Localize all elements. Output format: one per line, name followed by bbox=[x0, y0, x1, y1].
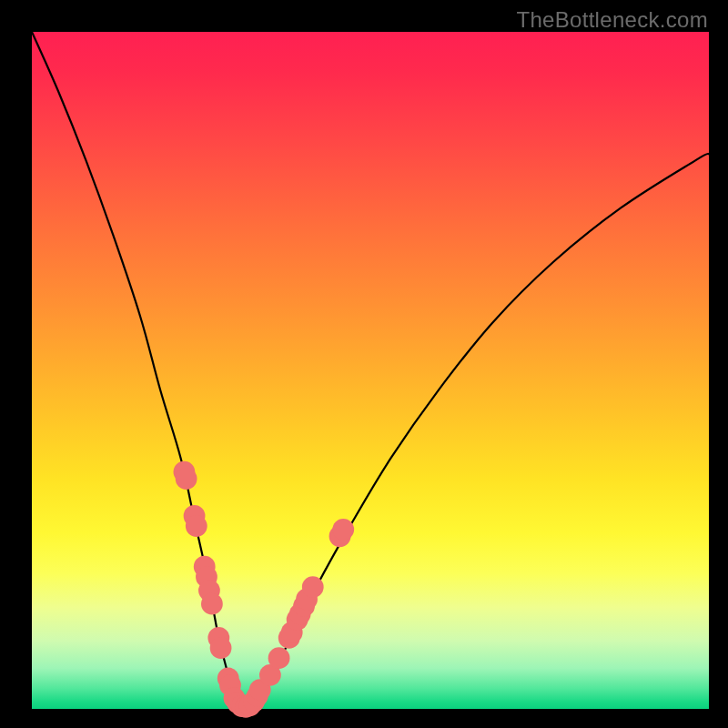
data-point bbox=[186, 515, 207, 537]
bottleneck-curve bbox=[32, 32, 709, 710]
chart-frame: TheBottleneck.com bbox=[0, 0, 728, 728]
chart-svg bbox=[32, 32, 709, 709]
watermark: TheBottleneck.com bbox=[516, 7, 708, 33]
data-point bbox=[176, 468, 197, 490]
data-point bbox=[210, 637, 232, 659]
data-point bbox=[268, 647, 290, 669]
highlight-points bbox=[174, 461, 355, 718]
plot-area bbox=[32, 32, 709, 709]
data-point bbox=[201, 593, 223, 615]
data-point bbox=[302, 576, 324, 598]
data-point bbox=[332, 519, 354, 541]
